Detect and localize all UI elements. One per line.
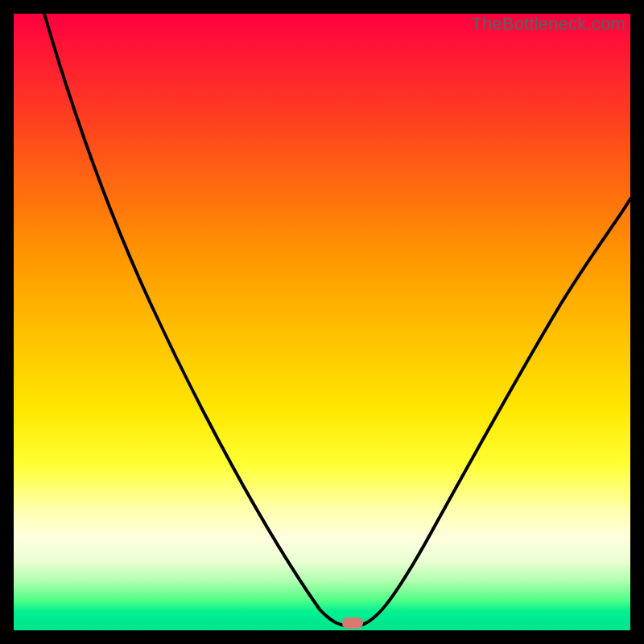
plot-area: TheBottleneck.com: [14, 14, 630, 630]
bottleneck-curve: [14, 14, 630, 630]
curve-left-branch: [44, 14, 348, 625]
chart-frame: TheBottleneck.com: [0, 0, 644, 644]
watermark-text: TheBottleneck.com: [471, 14, 625, 35]
curve-right-branch: [360, 199, 630, 625]
optimal-marker: [342, 617, 363, 629]
